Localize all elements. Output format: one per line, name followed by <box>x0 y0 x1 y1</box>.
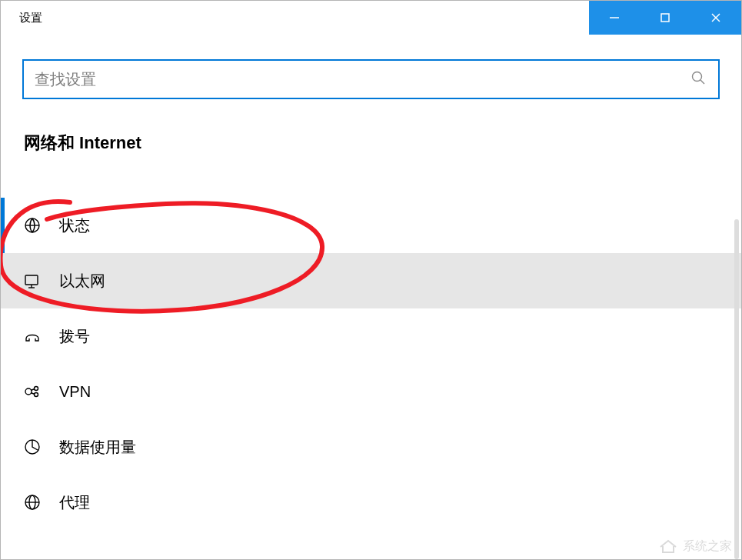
watermark-text: 系统之家 <box>683 538 732 555</box>
maximize-button[interactable] <box>640 1 690 35</box>
content-area: 网络和 Internet 状态以太网拨号VPN数据使用量代理 <box>1 35 741 559</box>
svg-rect-8 <box>25 275 38 285</box>
nav-item-label: 代理 <box>59 492 90 513</box>
nav-item-label: 状态 <box>59 215 90 236</box>
nav-item-5[interactable]: 代理 <box>1 475 741 530</box>
window-controls <box>589 1 741 35</box>
nav-item-4[interactable]: 数据使用量 <box>1 419 741 475</box>
nav-list: 状态以太网拨号VPN数据使用量代理 <box>1 198 741 530</box>
nav-item-2[interactable]: 拨号 <box>1 308 741 364</box>
close-button[interactable] <box>690 1 741 35</box>
nav-item-label: 以太网 <box>59 271 105 292</box>
minimize-icon <box>609 12 620 23</box>
nav-item-label: 数据使用量 <box>59 437 136 458</box>
scrollbar[interactable] <box>734 219 739 559</box>
nav-item-1[interactable]: 以太网 <box>1 253 741 308</box>
svg-point-11 <box>25 388 32 395</box>
settings-window: 设置 网络和 Internet 状态以太网拨号VPN数据使用量代理 <box>0 0 742 560</box>
svg-point-4 <box>693 72 702 82</box>
nav-item-label: VPN <box>59 383 91 401</box>
dialup-icon <box>22 326 42 346</box>
nav-item-0[interactable]: 状态 <box>1 198 741 253</box>
svg-point-12 <box>35 387 38 391</box>
svg-line-5 <box>700 80 704 84</box>
svg-line-14 <box>31 389 35 391</box>
nav-item-3[interactable]: VPN <box>1 364 741 419</box>
maximize-icon <box>660 12 670 23</box>
minimize-button[interactable] <box>589 1 640 35</box>
ethernet-icon <box>22 271 42 291</box>
svg-point-13 <box>35 393 38 397</box>
vpn-icon <box>22 382 42 402</box>
search-icon <box>690 70 706 88</box>
data-icon <box>22 437 42 457</box>
nav-item-label: 拨号 <box>59 326 90 347</box>
titlebar: 设置 <box>1 1 741 35</box>
proxy-icon <box>22 492 42 512</box>
watermark: 系统之家 <box>658 538 732 555</box>
active-indicator <box>1 198 5 253</box>
section-title: 网络和 Internet <box>24 132 720 155</box>
window-title: 设置 <box>1 11 42 25</box>
search-input[interactable] <box>35 71 690 88</box>
svg-rect-1 <box>661 14 669 22</box>
svg-line-15 <box>31 393 35 395</box>
search-box[interactable] <box>22 59 720 99</box>
status-icon <box>22 215 42 235</box>
close-icon <box>710 12 721 23</box>
